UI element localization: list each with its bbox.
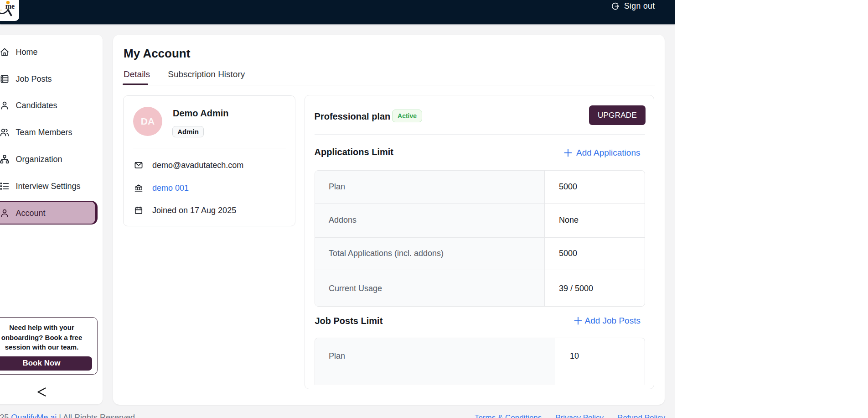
svg-text:me: me: [5, 2, 15, 10]
